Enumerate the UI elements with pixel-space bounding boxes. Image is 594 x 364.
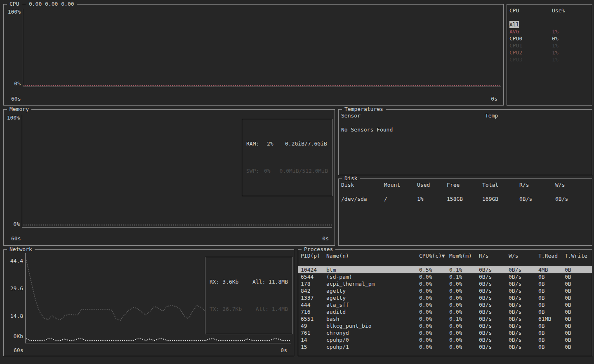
process-cell: 0B/s bbox=[479, 308, 509, 315]
cpu-legend-core-name: CPU0 bbox=[509, 35, 552, 42]
no-sensors-message: No Sensors Found bbox=[341, 126, 592, 133]
temperatures-header-temp: Temp bbox=[485, 112, 592, 119]
process-cell: 0B bbox=[538, 280, 565, 287]
process-header-cell[interactable]: T.Write bbox=[565, 252, 592, 259]
process-row[interactable]: 444ata_sff0.0%0.0%0B/s0B/s0B0B bbox=[298, 301, 592, 308]
cpu-legend-header[interactable]: CPU Use% bbox=[507, 7, 592, 14]
process-cell: 0.5% bbox=[419, 266, 449, 273]
temperatures-header[interactable]: Sensor Temp bbox=[339, 112, 592, 119]
processes-panel-title: Processes bbox=[302, 246, 335, 252]
temperatures-spacer bbox=[339, 119, 592, 126]
network-tx-legend: TX: 26.7Kb All: 1.4MB bbox=[210, 305, 288, 314]
cpu-legend-core-name: All bbox=[509, 21, 552, 28]
cpu-legend-core-use: 1% bbox=[552, 56, 592, 63]
process-cell: 10424 bbox=[301, 266, 326, 273]
process-row[interactable]: 842agetty0.0%0.0%0B/s0B/s0B0B bbox=[298, 287, 592, 294]
cpu-chart-panel[interactable]: CPU ─ 0.00 0.00 0.00 100% 0% 60s 0s bbox=[3, 4, 504, 106]
cpu-legend-core-use: 1% bbox=[552, 28, 592, 35]
disk-panel[interactable]: Disk DiskMountUsedFreeTotalR/sW/s /dev/s… bbox=[338, 178, 592, 246]
disk-table-header[interactable]: DiskMountUsedFreeTotalR/sW/s bbox=[339, 181, 592, 188]
cpu-x-left-label: 60s bbox=[11, 96, 21, 102]
cpu-legend-selected-name: All bbox=[509, 21, 519, 28]
process-row[interactable]: 6544(sd-pam)0.0%0.1%0B/s0B/s0B0B bbox=[298, 273, 592, 280]
cpu-legend-core-use bbox=[552, 21, 592, 28]
process-cell: (sd-pam) bbox=[326, 273, 419, 280]
process-row[interactable]: 6551bash0.0%0.1%0B/s0B/s61MB0B bbox=[298, 315, 592, 322]
process-cell: 0.0% bbox=[449, 294, 479, 301]
disk-row[interactable]: /dev/sda/1%158GB169GB0B/s0B/s bbox=[339, 195, 592, 202]
process-cell: 0B bbox=[538, 322, 565, 329]
process-cell: 0.0% bbox=[419, 315, 449, 322]
cpu-legend-core-use: 1% bbox=[552, 42, 592, 49]
ram-value: 0.2GiB/7.6GiB bbox=[285, 139, 327, 148]
processes-panel[interactable]: Processes PID(p)Name(n)CPU%(c)▼Mem%(m)R/… bbox=[298, 249, 592, 356]
cpu-legend-row[interactable]: CPU00% bbox=[507, 35, 592, 42]
processes-table-header[interactable]: PID(p)Name(n)CPU%(c)▼Mem%(m)R/sW/sT.Read… bbox=[298, 252, 592, 259]
cpu-legend-row[interactable]: CPU21% bbox=[507, 49, 592, 56]
process-row[interactable]: 1337agetty0.0%0.0%0B/s0B/s0B0B bbox=[298, 294, 592, 301]
btm-app-screen: CPU ─ 0.00 0.00 0.00 100% 0% 60s 0s CPU … bbox=[0, 0, 594, 364]
cpu-legend-core-use: 1% bbox=[552, 49, 592, 56]
process-row[interactable]: 761chronyd0.0%0.0%0B/s0B/s0B0B bbox=[298, 329, 592, 336]
network-y-label: 0Kb bbox=[14, 333, 23, 339]
cpu-x-axis: 60s 0s bbox=[11, 96, 497, 102]
temperatures-header-sensor: Sensor bbox=[341, 112, 485, 119]
process-cell: 0B bbox=[565, 301, 592, 308]
process-header-cell[interactable]: T.Read bbox=[538, 252, 565, 259]
memory-ram-legend: RAM: 2% 0.2GiB/7.6GiB bbox=[246, 139, 328, 148]
cpu-legend-core-name: CPU1 bbox=[509, 42, 552, 49]
cpu-legend-row[interactable]: AVG1% bbox=[507, 28, 592, 35]
process-cell: 0B bbox=[565, 315, 592, 322]
process-cell: 61MB bbox=[538, 315, 565, 322]
cpu-legend-rows: AllAVG1%CPU00%CPU11%CPU21%CPU31% bbox=[507, 21, 592, 63]
process-cell: 444 bbox=[301, 301, 326, 308]
process-cell: 0B/s bbox=[479, 315, 509, 322]
process-cell: 6551 bbox=[301, 315, 326, 322]
cpu-legend-header-use: Use% bbox=[552, 7, 592, 14]
disk-panel-title: Disk bbox=[342, 175, 360, 181]
process-cell: 0B bbox=[538, 294, 565, 301]
process-row[interactable]: 10424btm0.5%0.1%0B/s0B/s4MB0B bbox=[298, 266, 592, 273]
cpu-legend-row[interactable]: All bbox=[507, 21, 592, 28]
memory-x-axis: 60s 0s bbox=[11, 235, 329, 242]
process-cell: agetty bbox=[326, 287, 419, 294]
process-cell: 0.1% bbox=[449, 266, 479, 273]
process-row[interactable]: 14cpuhp/00.0%0.0%0B/s0B/s0B0B bbox=[298, 336, 592, 343]
process-header-cell[interactable]: Mem%(m) bbox=[449, 252, 479, 259]
process-header-cell[interactable]: PID(p) bbox=[301, 252, 326, 259]
processes-spacer bbox=[298, 259, 592, 266]
process-cell: 0.0% bbox=[449, 336, 479, 343]
network-chart-panel[interactable]: Network RX: 3.6Kb All: 11.8MB TX: 26.7Kb… bbox=[3, 249, 294, 356]
process-cell: 0.0% bbox=[419, 336, 449, 343]
cpu-legend-panel[interactable]: CPU Use% AllAVG1%CPU00%CPU11%CPU21%CPU31… bbox=[507, 4, 592, 106]
process-row[interactable]: 15cpuhp/10.0%0.0%0B/s0B/s0B0B bbox=[298, 343, 592, 350]
memory-chart-panel[interactable]: Memory RAM: 2% 0.2GiB/7.6GiB SWP: 0% 0.0… bbox=[3, 109, 335, 246]
cpu-legend-table: CPU Use% AllAVG1%CPU00%CPU11%CPU21%CPU31… bbox=[507, 7, 592, 104]
disk-cell: 0B/s bbox=[519, 195, 555, 202]
rx-total: All: 11.8MB bbox=[252, 277, 288, 287]
process-cell: 0.0% bbox=[449, 301, 479, 308]
process-header-cell[interactable]: W/s bbox=[509, 252, 538, 259]
cpu-chart-area: 100% 0% bbox=[5, 9, 501, 87]
process-header-cell[interactable]: Name(n) bbox=[326, 252, 419, 259]
process-cell: 0B/s bbox=[509, 315, 538, 322]
cpu-legend-row[interactable]: CPU11% bbox=[507, 42, 592, 49]
process-cell: 0.0% bbox=[419, 308, 449, 315]
process-header-cell[interactable]: R/s bbox=[479, 252, 509, 259]
process-row[interactable]: 178acpi_thermal_pm0.0%0.0%0B/s0B/s0B0B bbox=[298, 280, 592, 287]
cpu-x-right-label: 0s bbox=[491, 96, 497, 102]
temperatures-panel[interactable]: Temperatures Sensor Temp No Sensors Foun… bbox=[338, 109, 592, 175]
process-row[interactable]: 49blkcg_punt_bio0.0%0.0%0B/s0B/s0B0B bbox=[298, 322, 592, 329]
process-header-cell[interactable]: CPU%(c)▼ bbox=[419, 252, 449, 259]
process-cell: 0B/s bbox=[479, 294, 509, 301]
cpu-line-chart bbox=[23, 9, 501, 87]
process-cell: 6544 bbox=[301, 273, 326, 280]
process-row[interactable]: 716auditd0.0%0.0%0B/s0B/s0B0B bbox=[298, 308, 592, 315]
cpu-legend-row[interactable]: CPU31% bbox=[507, 56, 592, 63]
process-cell: 0B/s bbox=[479, 287, 509, 294]
process-cell: 0.1% bbox=[449, 315, 479, 322]
process-cell: acpi_thermal_pm bbox=[326, 280, 419, 287]
process-cell: 0B/s bbox=[509, 308, 538, 315]
temperatures-table: Sensor Temp No Sensors Found bbox=[339, 112, 592, 174]
disk-cell: 1% bbox=[417, 195, 447, 202]
